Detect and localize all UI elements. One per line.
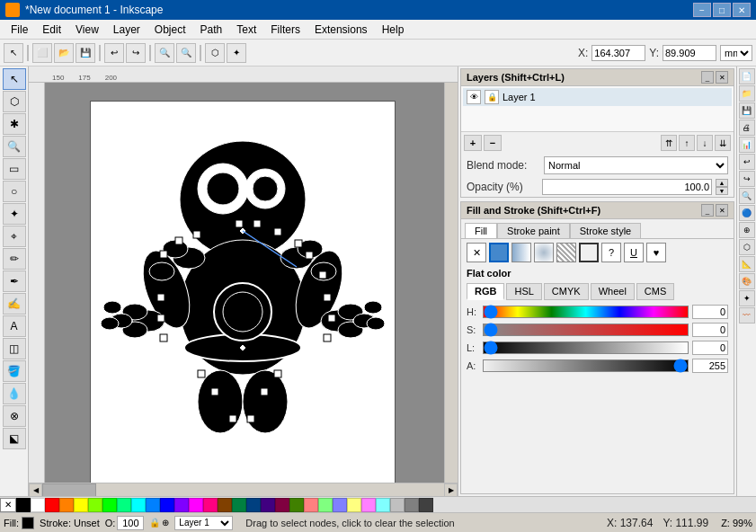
menu-file[interactable]: File <box>4 22 35 38</box>
scroll-right-button[interactable]: ▶ <box>444 483 458 497</box>
right-tool-guides[interactable]: 📐 <box>739 256 755 272</box>
transform-button[interactable]: ✦ <box>227 43 246 63</box>
palette-color-swatch[interactable] <box>31 498 45 512</box>
fill-pattern-button[interactable] <box>556 243 576 262</box>
layers-close-button[interactable]: ✕ <box>716 71 728 84</box>
palette-none-button[interactable]: ✕ <box>0 498 16 512</box>
right-tool-snap[interactable]: 🔵 <box>739 205 755 221</box>
menu-path[interactable]: Path <box>193 22 230 38</box>
opacity-input[interactable] <box>542 179 712 195</box>
color-tab-hsl[interactable]: HSL <box>506 283 541 300</box>
dropper-tool-button[interactable]: 💧 <box>3 383 26 404</box>
right-tool-redo[interactable]: ↪ <box>739 171 755 187</box>
palette-color-swatch[interactable] <box>361 498 376 512</box>
palette-color-swatch[interactable] <box>419 498 433 512</box>
fs-minimize-button[interactable]: _ <box>701 204 714 217</box>
palette-color-swatch[interactable] <box>218 498 232 512</box>
l-value-input[interactable] <box>692 341 728 355</box>
layer-visible-icon[interactable]: 👁 <box>467 90 481 104</box>
list-item[interactable]: 👁 🔒 Layer 1 <box>463 88 732 106</box>
right-tool-wave[interactable]: 〰 <box>739 307 755 324</box>
minimize-button[interactable]: − <box>693 3 711 17</box>
y-input[interactable] <box>663 45 716 61</box>
open-button[interactable]: 📂 <box>54 43 74 63</box>
palette-color-swatch[interactable] <box>333 498 347 512</box>
menu-extensions[interactable]: Extensions <box>307 22 375 38</box>
pen-tool-button[interactable]: ✒ <box>3 270 26 292</box>
palette-color-swatch[interactable] <box>45 498 59 512</box>
title-bar-controls[interactable]: − □ ✕ <box>693 3 751 17</box>
palette-color-swatch[interactable] <box>74 498 88 512</box>
palette-color-swatch[interactable] <box>160 498 174 512</box>
right-tool-undo[interactable]: ↩ <box>739 154 755 170</box>
color-tab-rgb[interactable]: RGB <box>467 283 504 300</box>
tweak-tool-button[interactable]: ✱ <box>3 113 26 135</box>
menu-layer[interactable]: Layer <box>106 22 147 38</box>
h-slider[interactable] <box>483 306 689 318</box>
zoom-out-button[interactable]: 🔍 <box>176 43 196 63</box>
tab-fill[interactable]: Fill <box>465 223 497 238</box>
calligraphy-tool-button[interactable]: ✍ <box>3 293 26 315</box>
scroll-left-button[interactable]: ◀ <box>29 483 42 497</box>
gradient-tool-button[interactable]: ◫ <box>3 338 26 359</box>
add-layer-button[interactable]: + <box>464 135 482 151</box>
palette-color-swatch[interactable] <box>347 498 361 512</box>
palette-color-swatch[interactable] <box>246 498 261 512</box>
layer-up-button[interactable]: ↑ <box>679 135 695 151</box>
palette-color-swatch[interactable] <box>390 498 405 512</box>
color-tab-cmyk[interactable]: CMYK <box>544 283 589 300</box>
right-tool-open[interactable]: 📁 <box>739 85 755 102</box>
right-tool-save[interactable]: 💾 <box>739 102 755 119</box>
fill-unset-button[interactable]: U <box>624 243 644 262</box>
palette-color-swatch[interactable] <box>261 498 275 512</box>
palette-color-swatch[interactable] <box>88 498 102 512</box>
a-value-input[interactable] <box>692 359 728 373</box>
fill-swatch-button[interactable] <box>579 243 599 262</box>
blend-mode-select[interactable]: Normal Multiply Screen Overlay <box>544 156 728 174</box>
star-tool-button[interactable]: ✦ <box>3 203 26 225</box>
menu-filters[interactable]: Filters <box>263 22 307 38</box>
x-input[interactable] <box>591 45 645 61</box>
connector-tool-button[interactable]: ⬕ <box>3 428 26 449</box>
canvas-viewport[interactable] <box>45 83 444 483</box>
scrollbar-thumb[interactable] <box>42 483 96 497</box>
right-tool-color[interactable]: 🎨 <box>739 273 755 289</box>
menu-text[interactable]: Text <box>229 22 263 38</box>
menu-help[interactable]: Help <box>375 22 412 38</box>
right-tool-new[interactable]: 📄 <box>739 68 755 84</box>
zoom-tool-button[interactable]: 🔍 <box>3 136 26 157</box>
text-tool-button[interactable]: A <box>3 315 26 337</box>
node-tool-button[interactable]: ⬡ <box>205 43 225 63</box>
bucket-tool-button[interactable]: 🪣 <box>3 360 26 382</box>
circle-tool-button[interactable]: ○ <box>3 181 26 202</box>
right-tool-node[interactable]: ⬡ <box>739 239 755 255</box>
palette-color-swatch[interactable] <box>117 498 131 512</box>
right-tool-export[interactable]: 📊 <box>739 137 755 153</box>
pencil-tool-button[interactable]: ✏ <box>3 248 26 270</box>
opacity-field[interactable] <box>117 516 144 530</box>
palette-color-swatch[interactable] <box>189 498 203 512</box>
tab-stroke-paint[interactable]: Stroke paint <box>497 223 570 238</box>
undo-button[interactable]: ↩ <box>104 43 124 63</box>
toolbar-arrow-icon[interactable]: ↖ <box>4 43 23 63</box>
layer-lock-icon[interactable]: 🔒 <box>485 90 499 104</box>
fill-stroke-panel-controls[interactable]: _ ✕ <box>701 204 728 217</box>
scrollbar-track[interactable] <box>42 483 444 497</box>
fill-unknown-button[interactable]: ? <box>601 243 621 262</box>
palette-color-swatch[interactable] <box>232 498 246 512</box>
tab-stroke-style[interactable]: Stroke style <box>570 223 641 238</box>
palette-color-swatch[interactable] <box>174 498 189 512</box>
h-value-input[interactable] <box>692 305 728 319</box>
fill-heart-button[interactable]: ♥ <box>646 243 666 262</box>
palette-color-swatch[interactable] <box>405 498 419 512</box>
opacity-down-button[interactable]: ▼ <box>716 187 728 195</box>
fill-linear-button[interactable] <box>511 243 531 262</box>
layers-panel-controls[interactable]: _ ✕ <box>701 71 728 84</box>
s-value-input[interactable] <box>692 323 728 337</box>
redo-button[interactable]: ↪ <box>126 43 146 63</box>
fill-flat-button[interactable] <box>489 243 509 262</box>
maximize-button[interactable]: □ <box>713 3 731 17</box>
right-tool-print[interactable]: 🖨 <box>739 120 755 136</box>
canvas-scrollbar-right[interactable] <box>444 83 458 483</box>
layer-down-button[interactable]: ↓ <box>697 135 713 151</box>
